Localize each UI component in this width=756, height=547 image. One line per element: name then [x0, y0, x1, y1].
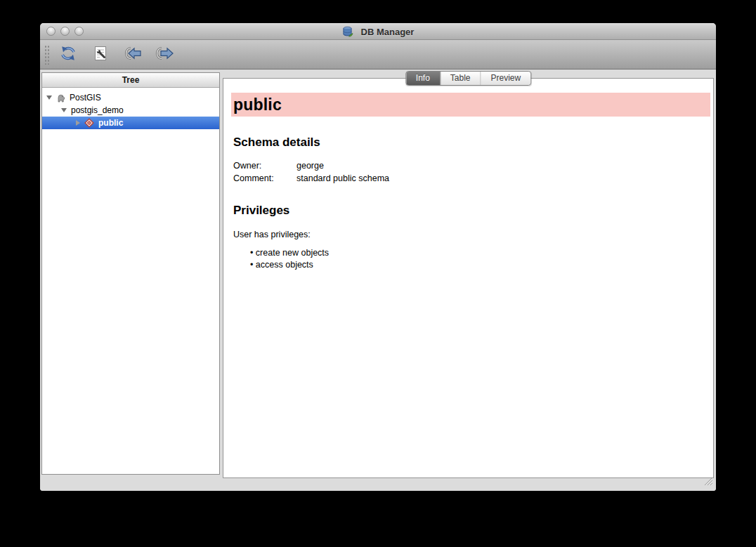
sidebar-item-public[interactable]: public	[42, 117, 219, 129]
schema-details-table: Owner: george Comment: standard public s…	[231, 159, 710, 185]
window-title-area: DB Manager	[40, 23, 716, 40]
tab-bar: Info Table Preview	[405, 71, 531, 86]
info-panel: Info Table Preview public Schema details…	[223, 78, 714, 478]
disclosure-down-icon[interactable]	[61, 108, 67, 112]
sql-window-icon	[92, 45, 109, 64]
resize-grip[interactable]	[704, 476, 713, 489]
tab-info[interactable]: Info	[406, 72, 440, 85]
detail-value: george	[296, 159, 324, 172]
db-manager-window: DB Manager	[40, 23, 716, 491]
database-icon	[342, 26, 353, 37]
info-content: public Schema details Owner: george Comm…	[223, 79, 713, 270]
export-file-button[interactable]	[152, 43, 178, 67]
toolbar-drag-handle[interactable]	[44, 45, 50, 65]
disclosure-right-icon[interactable]	[76, 120, 80, 126]
window-title: DB Manager	[361, 27, 415, 37]
sidebar-item-label: public	[98, 118, 123, 128]
privileges-heading: Privileges	[233, 204, 710, 218]
refresh-button[interactable]	[56, 43, 81, 67]
tab-table[interactable]: Table	[440, 72, 481, 85]
schema-icon	[84, 118, 94, 128]
tab-preview[interactable]: Preview	[481, 72, 531, 85]
tree-panel: Tree PostGIS postgis_demo	[41, 72, 220, 475]
toolbar	[40, 40, 716, 70]
sidebar-item-postgis-demo[interactable]: postgis_demo	[42, 104, 219, 117]
sidebar-item-label: postgis_demo	[71, 105, 124, 115]
list-item: create new objects	[250, 247, 710, 259]
schema-title: public	[231, 93, 710, 117]
import-layer-icon	[123, 45, 143, 64]
list-item: access objects	[250, 259, 710, 271]
sidebar-item-postgis[interactable]: PostGIS	[42, 91, 219, 104]
table-row: Owner: george	[233, 159, 710, 172]
export-file-icon	[155, 45, 175, 64]
titlebar: DB Manager	[40, 23, 716, 40]
postgis-connection-icon	[56, 93, 65, 103]
table-row: Comment: standard public schema	[233, 172, 710, 185]
privileges-list: create new objects access objects	[250, 247, 710, 270]
schema-details-heading: Schema details	[233, 136, 710, 150]
tree-panel-header: Tree	[42, 73, 219, 88]
tree-body: PostGIS postgis_demo	[42, 88, 219, 129]
refresh-icon	[59, 45, 77, 64]
main-area: Tree PostGIS postgis_demo	[40, 70, 716, 491]
detail-label: Owner:	[233, 159, 296, 172]
detail-value: standard public schema	[296, 172, 389, 185]
disclosure-down-icon[interactable]	[46, 95, 52, 100]
sidebar-item-label: PostGIS	[70, 93, 101, 103]
privileges-intro: User has privileges:	[233, 230, 710, 239]
detail-label: Comment:	[233, 172, 296, 185]
import-layer-button[interactable]	[120, 43, 145, 67]
sql-window-button[interactable]	[88, 43, 113, 67]
